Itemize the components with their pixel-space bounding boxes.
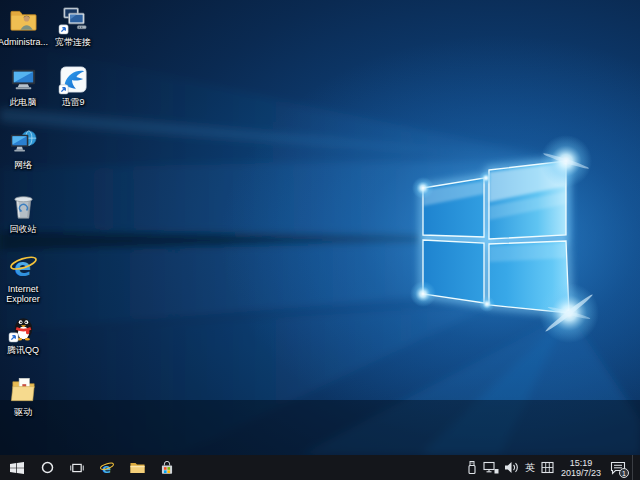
desktop-icon-label: 驱动	[14, 407, 32, 417]
desktop-icon-label: 腾讯QQ	[7, 345, 39, 355]
start-button[interactable]	[5, 455, 29, 480]
clock-date: 2019/7/23	[561, 468, 601, 478]
desktop-icon-internet-explorer[interactable]: e Internet Explorer	[0, 251, 49, 304]
ime-grid-icon	[541, 461, 554, 474]
desktop-icon-label: 网络	[14, 160, 32, 170]
taskbar-file-explorer-button[interactable]	[125, 455, 149, 480]
xunlei-bird-icon	[58, 64, 89, 95]
cortana-search-button[interactable]	[35, 455, 59, 480]
task-view-button[interactable]	[65, 455, 89, 480]
usb-icon	[466, 460, 478, 475]
desktop-icon-label: Internet Explorer	[0, 284, 49, 304]
taskbar-internet-explorer-button[interactable]: e	[95, 455, 119, 480]
recycle-bin-icon	[8, 191, 39, 222]
clock-time: 15:19	[561, 458, 601, 468]
speaker-icon	[504, 461, 519, 474]
desktop-icon-administrator[interactable]: Administra...	[0, 4, 49, 47]
shortcut-arrow-overlay	[58, 25, 67, 34]
desktop-icon-this-pc[interactable]: 此电脑	[0, 64, 49, 107]
this-pc-icon	[8, 64, 39, 95]
broadband-connection-icon	[58, 4, 89, 35]
desktop-icon-label: 回收站	[10, 224, 37, 234]
touch-keyboard-tray-icon[interactable]	[540, 455, 555, 480]
shortcut-arrow-overlay	[58, 85, 67, 94]
desktop-icon-xunlei-9[interactable]: 迅雷9	[47, 64, 99, 107]
driver-folder-icon	[8, 374, 39, 405]
taskbar-microsoft-store-button[interactable]	[155, 455, 179, 480]
system-tray: 英 15:19 2019/7/23 1	[465, 455, 640, 480]
desktop-icon-broadband-connection[interactable]: 宽带连接	[47, 4, 99, 47]
show-desktop-strip[interactable]	[632, 455, 636, 480]
desktop-icon-driver-folder[interactable]: 驱动	[0, 374, 49, 417]
desktop-icon-network[interactable]: 网络	[0, 127, 49, 170]
desktop-icon-label: Administra...	[0, 37, 48, 47]
microsoft-store-icon	[160, 461, 174, 475]
notification-badge: 1	[619, 468, 629, 478]
desktop-icon-label: 迅雷9	[61, 97, 84, 107]
windows-logo-icon	[10, 461, 24, 475]
internet-explorer-icon: e	[8, 251, 39, 282]
desktop-icon-label: 此电脑	[10, 97, 37, 107]
desktop-icon-label: 宽带连接	[55, 37, 91, 47]
usb-device-tray-icon[interactable]	[465, 455, 479, 480]
qq-penguin-icon	[8, 312, 39, 343]
ethernet-network-icon	[483, 461, 499, 475]
file-explorer-folder-icon	[130, 461, 145, 474]
shortcut-arrow-overlay	[8, 333, 17, 342]
task-view-icon	[70, 462, 84, 474]
desktop-icon-recycle-bin[interactable]: 回收站	[0, 191, 49, 234]
network-tray-icon[interactable]	[482, 455, 500, 480]
taskbar-buttons: e	[0, 455, 179, 480]
tray-clock[interactable]: 15:19 2019/7/23	[558, 458, 604, 478]
action-center-button[interactable]: 1	[607, 455, 629, 480]
desktop: Administra... 宽带连接 此电脑	[0, 0, 640, 480]
network-icon	[8, 127, 39, 158]
ime-language-indicator[interactable]: 英	[523, 455, 537, 480]
administrator-folder-icon	[8, 4, 39, 35]
volume-tray-icon[interactable]	[503, 455, 520, 480]
internet-explorer-icon: e	[99, 460, 115, 476]
search-circle-icon	[41, 461, 54, 474]
desktop-icon-tencent-qq[interactable]: 腾讯QQ	[0, 312, 49, 355]
taskbar: e	[0, 455, 640, 480]
